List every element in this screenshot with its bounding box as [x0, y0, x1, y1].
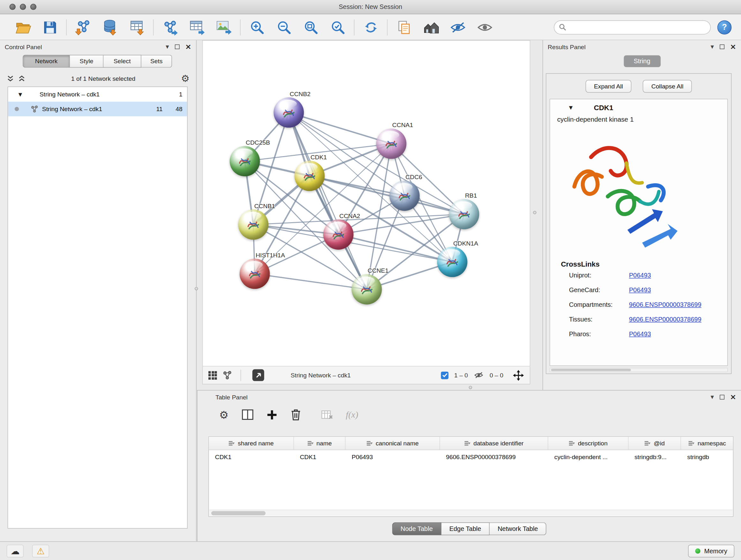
- crosslink-value-link[interactable]: 9606.ENSP00000378699: [629, 316, 701, 323]
- window-zoom-button[interactable]: [30, 4, 37, 10]
- node-details-header[interactable]: ▼ CDK1: [550, 99, 727, 115]
- column-header-description[interactable]: description: [548, 437, 628, 449]
- show-structures-button[interactable]: [471, 17, 498, 37]
- table-settings-gear-icon[interactable]: ⚙: [219, 409, 228, 421]
- table-cell[interactable]: stringdb: [681, 450, 733, 463]
- disclosure-triangle-icon[interactable]: ▼: [569, 105, 572, 110]
- results-scrollbar-thumb[interactable]: [551, 369, 631, 371]
- search-input[interactable]: [569, 23, 705, 30]
- network-row-selected[interactable]: String Network – cdk1 11 48: [8, 102, 187, 116]
- crosslink-value-link[interactable]: P06493: [629, 287, 651, 294]
- results-panel-title: Results Panel: [548, 43, 586, 50]
- string-documents-button[interactable]: [390, 17, 417, 37]
- crosslink-value-link[interactable]: P06493: [629, 272, 651, 279]
- zoom-in-button[interactable]: [244, 17, 270, 37]
- network-node-CCNE1[interactable]: [352, 274, 382, 305]
- add-column-plus-icon[interactable]: [266, 409, 277, 420]
- network-node-HIST1H1A[interactable]: [240, 259, 270, 289]
- pan-move-icon[interactable]: [513, 369, 524, 381]
- panel-collapse-icon[interactable]: ▼: [165, 45, 169, 49]
- panel-close-icon[interactable]: ×: [730, 393, 736, 401]
- table-cell[interactable]: 9606.ENSP00000378699: [440, 450, 548, 463]
- crosslink-value-link[interactable]: P06493: [629, 330, 651, 337]
- warnings-button[interactable]: ⚠: [32, 545, 49, 557]
- horizontal-splitter-handle[interactable]: [469, 386, 472, 389]
- network-node-CCNA2[interactable]: [323, 219, 354, 250]
- save-session-button[interactable]: [37, 17, 63, 37]
- table-row[interactable]: CDK1CDK1P064939606.ENSP00000378699cyclin…: [209, 450, 733, 463]
- disclosure-triangle-icon[interactable]: ▼: [18, 91, 22, 97]
- string-homes-button[interactable]: [417, 17, 444, 37]
- export-table-button[interactable]: [184, 17, 210, 37]
- table-cell[interactable]: CDK1: [293, 450, 345, 463]
- network-node-CCNB2[interactable]: [273, 98, 304, 128]
- column-header-shared-name[interactable]: shared name: [209, 437, 294, 449]
- panel-float-icon[interactable]: [720, 395, 724, 400]
- tab-node-table[interactable]: Node Table: [392, 522, 441, 535]
- help-button[interactable]: ?: [718, 20, 731, 34]
- table-cell[interactable]: CDK1: [209, 450, 294, 463]
- import-table-button[interactable]: [124, 17, 150, 37]
- import-network-database-button[interactable]: [96, 17, 123, 37]
- table-cell[interactable]: cyclin-dependent ...: [548, 450, 628, 463]
- grid-view-icon[interactable]: [208, 371, 217, 380]
- column-header-canonical-name[interactable]: canonical name: [346, 437, 440, 449]
- panel-collapse-icon[interactable]: ▼: [711, 395, 714, 399]
- panel-float-icon[interactable]: [175, 44, 179, 49]
- refresh-view-button[interactable]: [357, 17, 384, 37]
- zoom-fit-button[interactable]: [297, 17, 324, 37]
- collapse-all-tree-icon[interactable]: [7, 75, 14, 82]
- memory-button[interactable]: Memory: [688, 545, 734, 557]
- network-collection-row[interactable]: ▼ String Network – cdk1 1: [8, 87, 187, 102]
- table-cell[interactable]: P06493: [346, 450, 440, 463]
- network-node-CCNB1[interactable]: [238, 209, 268, 240]
- tab-style[interactable]: Style: [70, 55, 104, 68]
- network-node-CDC25B[interactable]: [230, 146, 260, 177]
- panel-collapse-icon[interactable]: ▼: [711, 45, 714, 49]
- collapse-all-button[interactable]: Collapse All: [643, 80, 692, 92]
- export-network-button[interactable]: [156, 17, 183, 37]
- network-node-CCNA1[interactable]: [376, 129, 407, 159]
- crosslink-value-link[interactable]: 9606.ENSP00000378699: [629, 301, 701, 308]
- tab-edge-table[interactable]: Edge Table: [441, 522, 490, 535]
- tab-select[interactable]: Select: [104, 55, 141, 68]
- gear-icon[interactable]: ⚙: [181, 74, 190, 83]
- network-node-RB1[interactable]: [449, 199, 479, 229]
- window-minimize-button[interactable]: [20, 4, 26, 10]
- zoom-out-button[interactable]: [270, 17, 297, 37]
- column-header-database-identifier[interactable]: database identifier: [440, 437, 548, 449]
- hidden-eye-slash-icon[interactable]: [474, 372, 484, 379]
- network-view-share-icon[interactable]: [222, 370, 232, 380]
- tab-network[interactable]: Network: [23, 55, 70, 68]
- import-network-file-button[interactable]: [70, 17, 96, 37]
- table-cell[interactable]: stringdb:9...: [628, 450, 681, 463]
- zoom-selected-button[interactable]: [324, 17, 351, 37]
- show-columns-icon[interactable]: [241, 409, 254, 421]
- expand-all-button[interactable]: Expand All: [586, 80, 631, 92]
- delete-column-trash-icon[interactable]: [290, 408, 301, 421]
- tab-network-table[interactable]: Network Table: [489, 522, 546, 535]
- results-tab-string[interactable]: String: [623, 55, 661, 67]
- vertical-splitter-handle-left[interactable]: [195, 287, 198, 290]
- column-header-@id[interactable]: @id: [628, 437, 681, 449]
- glass-ball-effect-button[interactable]: [444, 17, 471, 37]
- table-scrollbar-thumb[interactable]: [211, 511, 266, 515]
- column-header-namespac[interactable]: namespac: [681, 437, 733, 449]
- network-node-CDK1[interactable]: [294, 161, 325, 191]
- panel-close-icon[interactable]: ×: [730, 43, 736, 51]
- network-node-CDC6[interactable]: [389, 181, 420, 211]
- birds-eye-view-icon[interactable]: [253, 369, 264, 381]
- tab-sets[interactable]: Sets: [141, 55, 172, 68]
- panel-close-icon[interactable]: ×: [185, 43, 192, 51]
- expand-all-tree-icon[interactable]: [18, 75, 25, 82]
- open-session-button[interactable]: [10, 17, 37, 37]
- network-node-CDKN1A[interactable]: [437, 247, 468, 277]
- cloud-status-button[interactable]: ☁: [7, 545, 23, 557]
- network-canvas[interactable]: CCNB2 CCNA1 CDC25B CDK1 CDC6 RB1 CCNB1 C…: [202, 40, 530, 367]
- column-header-name[interactable]: name: [293, 437, 345, 449]
- panel-float-icon[interactable]: [720, 44, 724, 49]
- selected-checkbox-icon[interactable]: [441, 371, 449, 379]
- window-close-button[interactable]: [10, 4, 16, 10]
- export-image-button[interactable]: [210, 17, 237, 37]
- vertical-splitter-handle-right[interactable]: [533, 211, 536, 214]
